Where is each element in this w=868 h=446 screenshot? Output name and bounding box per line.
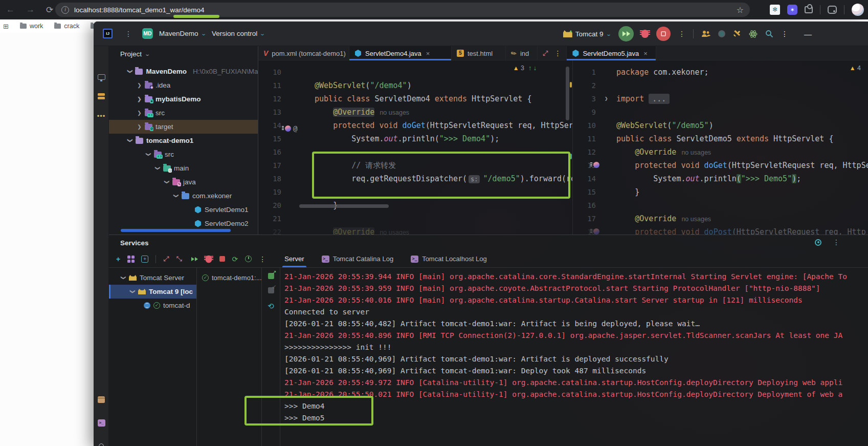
expand-split-icon[interactable]: ⤢ xyxy=(543,49,548,57)
add-service-icon[interactable]: + xyxy=(116,255,120,263)
folded-imports[interactable]: ... xyxy=(649,94,670,104)
service-tomcat9[interactable]: ❯ Tomcat 9 [loc xyxy=(109,285,196,299)
focus-target-icon[interactable] xyxy=(815,239,821,246)
tab-localhost-log[interactable]: >_Tomcat Localhost Log xyxy=(411,250,486,267)
sync-icon[interactable]: ⟲ xyxy=(268,302,274,311)
debug-button[interactable] xyxy=(641,30,649,38)
address-bar[interactable]: i localhost:8888/tomcat_demo1_war/demo4 … xyxy=(55,3,750,17)
profile-avatar[interactable] xyxy=(852,4,864,16)
refresh-icon[interactable]: ⟳ xyxy=(232,255,238,263)
tab-pom-xml[interactable]: V pom.xml (tomcat-demo1) xyxy=(258,46,349,60)
dependencies-tool-icon[interactable] xyxy=(96,394,106,405)
settings-kebab-icon[interactable]: ⋮ xyxy=(781,30,788,38)
chevron-icon[interactable]: ❯ xyxy=(146,152,151,157)
tab-index[interactable]: ✎ ind xyxy=(506,46,538,60)
notifications-icon[interactable] xyxy=(96,441,106,446)
run-more-kebab-icon[interactable]: ⋮ xyxy=(678,30,685,38)
server-log[interactable]: 21-Jan-2026 20:55:39.944 INFO [main] org… xyxy=(280,268,868,446)
tree-item-idea[interactable]: ❯ ● .idea xyxy=(109,78,258,92)
override-gutter-icon[interactable] xyxy=(593,228,599,235)
tree-item-mybatisdemo[interactable]: ❯ ▪ mybatisDemo xyxy=(109,92,258,106)
run-config-selector[interactable]: Tomcat 9 ⌄ xyxy=(563,30,611,38)
extensions-puzzle-icon[interactable] xyxy=(805,6,813,13)
code-with-me-users-icon[interactable] xyxy=(701,30,710,37)
tree-item-servletdemo1[interactable]: ServletDemo1 xyxy=(109,203,258,217)
stop-server-icon[interactable] xyxy=(219,256,225,262)
apps-grid-icon[interactable]: ⊞ xyxy=(3,23,9,30)
editor-servletdemo5[interactable]: 1package com.xekoner; 2 3❯import ... 9 1… xyxy=(573,60,868,235)
tools-icon[interactable] xyxy=(733,30,741,38)
override-gutter-icon[interactable] xyxy=(285,125,291,132)
back-icon[interactable]: ← xyxy=(6,5,15,15)
screenshot-lens-icon[interactable] xyxy=(828,6,837,14)
close-icon[interactable]: × xyxy=(643,50,648,57)
more-tools-icon[interactable]: ••• xyxy=(96,111,106,121)
add-to-dashboard-icon[interactable]: + xyxy=(141,256,148,263)
tree-item-src[interactable]: ❯ ‹› src xyxy=(109,106,258,120)
project-panel-header[interactable]: Project ⌄ xyxy=(109,46,258,61)
tab-server[interactable]: Server xyxy=(284,250,304,267)
vcs-selector[interactable]: Version control ⌄ xyxy=(212,30,265,37)
chevron-icon[interactable]: ❯ xyxy=(173,194,179,198)
extension-snowflake-icon[interactable]: ❄ xyxy=(770,5,780,15)
atom-icon[interactable] xyxy=(749,30,758,38)
chevron-icon[interactable]: ❯ xyxy=(121,275,126,280)
undeploy-icon[interactable] xyxy=(268,287,274,293)
tab-test-html[interactable]: 5 test.html xyxy=(452,46,506,60)
record-icon[interactable] xyxy=(718,30,725,37)
tree-item-java[interactable]: ❯ ✎ java xyxy=(109,175,258,189)
info-stripe-mark[interactable] xyxy=(570,154,572,159)
chevron-icon[interactable]: ❯ xyxy=(137,82,142,88)
project-selector[interactable]: MavenDemo ⌄ xyxy=(159,30,206,37)
bookmark-folder-crack[interactable]: crack xyxy=(54,23,79,30)
search-icon[interactable] xyxy=(765,30,773,38)
commit-tool-icon[interactable] xyxy=(96,91,106,101)
debug-server-icon[interactable] xyxy=(205,255,212,262)
minimize-button[interactable]: — xyxy=(804,30,812,38)
chevron-icon[interactable]: ❯ xyxy=(155,166,161,171)
tree-item-mavendemo[interactable]: ❯ MavenDemo H:\0x0B_FUXIAN\Maven xyxy=(109,65,258,78)
tree-item-servletdemo2[interactable]: ServletDemo2 xyxy=(109,217,258,230)
editor-horizontal-scrollbar[interactable] xyxy=(299,204,389,208)
services-grid-icon[interactable] xyxy=(127,256,134,262)
more-options-kebab-icon[interactable]: ⋮ xyxy=(259,255,266,263)
site-info-icon[interactable]: i xyxy=(61,6,69,14)
deployment-artifact[interactable]: ✓ tomcat-demo1:... xyxy=(197,271,261,285)
inspections-widget[interactable]: ▲ 4 xyxy=(850,65,861,72)
inspections-widget[interactable]: ▲ 3 ↑ ↓ xyxy=(513,65,537,72)
tree-item-tomcat-demo1[interactable]: ❯ tomcat-demo1 xyxy=(109,134,258,147)
forward-icon[interactable]: → xyxy=(26,5,35,15)
chevron-icon[interactable]: ❯ xyxy=(137,124,142,130)
project-tool-icon[interactable] xyxy=(96,72,106,82)
tree-item-com-xekoner[interactable]: ❯ com.xekoner xyxy=(109,189,258,203)
bookmark-star-icon[interactable]: ☆ xyxy=(737,5,744,15)
fold-chevron-icon[interactable]: ❯ xyxy=(605,92,608,105)
stop-button[interactable] xyxy=(656,27,671,41)
rerun-button[interactable] xyxy=(618,26,634,41)
chevron-icon[interactable]: ❯ xyxy=(130,289,136,294)
close-icon[interactable]: × xyxy=(426,50,430,57)
warning-stripe-mark[interactable] xyxy=(570,82,572,88)
tree-item-main[interactable]: ❯ ▫ main xyxy=(109,161,258,175)
tab-options-kebab-icon[interactable]: ⋮ xyxy=(554,49,561,57)
chevron-icon[interactable]: ❯ xyxy=(127,138,133,143)
chevron-icon[interactable]: ❯ xyxy=(164,180,170,184)
expand-all-icon[interactable]: ⤢ xyxy=(163,254,169,263)
panel-options-kebab-icon[interactable]: ⋮ xyxy=(833,238,840,246)
terminal-tool-icon[interactable]: >_ xyxy=(96,418,106,428)
tab-catalina-log[interactable]: >_Tomcat Catalina Log xyxy=(322,250,394,267)
chevron-icon[interactable]: ❯ xyxy=(127,69,133,73)
dashboard-gauge-icon[interactable] xyxy=(245,256,252,262)
collapse-all-icon[interactable]: ⤡ xyxy=(176,254,182,263)
prev-next-arrows[interactable]: ↑ ↓ xyxy=(528,65,537,72)
project-horizontal-scrollbar[interactable] xyxy=(121,229,231,232)
tree-item-target[interactable]: ❯ ⊘ target xyxy=(109,120,258,134)
override-gutter-icon[interactable] xyxy=(593,162,599,168)
service-deployment-node[interactable]: ✓ tomcat-d xyxy=(109,299,196,312)
service-tomcat-server[interactable]: ❯ Tomcat Server xyxy=(109,271,196,285)
editor-servletdemo4[interactable]: 10 11@WebServlet("/demo4") 12public clas… xyxy=(258,60,573,235)
url-text[interactable]: localhost:8888/tomcat_demo1_war/demo4 xyxy=(74,6,204,14)
refresh-icon[interactable]: ⟳ xyxy=(46,5,53,15)
deploy-icon[interactable] xyxy=(268,273,274,279)
main-menu-kebab-icon[interactable]: ⋮ xyxy=(125,30,132,38)
